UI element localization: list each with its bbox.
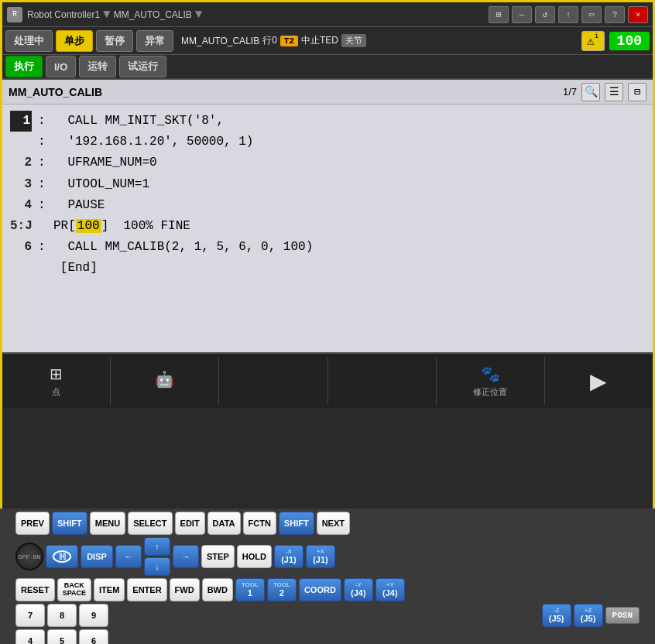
controller-name: Robot Controller1: [27, 9, 100, 20]
prev-key[interactable]: PREV: [15, 512, 50, 535]
line-content-end: [End]: [38, 258, 98, 279]
softkey-4[interactable]: [328, 357, 437, 405]
line-content-1: : CALL MM_INIT_SKT('8',: [38, 111, 224, 132]
line-content-2: : UFRAME_NUM=0: [38, 152, 157, 173]
plus-z-j5-key[interactable]: +Z(J5): [574, 604, 603, 627]
arrow-left-key[interactable]: ←: [115, 545, 142, 568]
fwd-key[interactable]: FWD: [170, 578, 200, 601]
num-5-key[interactable]: 5: [47, 629, 77, 644]
error-btn[interactable]: 异常: [136, 30, 173, 52]
step-key[interactable]: STEP: [201, 545, 235, 568]
softkey-1[interactable]: ⊞ 点: [2, 357, 111, 405]
disp-key[interactable]: DISP: [81, 545, 113, 568]
help-button[interactable]: ?: [605, 6, 625, 23]
toolbar2: 执行 I/O 运转 试运行: [2, 55, 653, 80]
tool2-key[interactable]: TOOL2: [267, 578, 297, 601]
num-6-key[interactable]: 6: [79, 629, 108, 644]
keypad-row-3: RESET BACKSPACE ITEM ENTER FWD BWD TOOL1…: [15, 578, 640, 601]
data-key[interactable]: DATA: [207, 512, 241, 535]
line-content-4: : PAUSE: [38, 195, 105, 216]
joint-badge: 关节: [341, 34, 366, 47]
bwd-key[interactable]: BWD: [202, 578, 233, 601]
minus-y-j4-key[interactable]: -Y(J4): [344, 578, 373, 601]
run-btn[interactable]: 运转: [79, 56, 116, 77]
io-btn[interactable]: I/O: [46, 56, 76, 77]
step-btn[interactable]: 单步: [56, 30, 93, 52]
plus-x-j1-key[interactable]: +X(J1): [306, 545, 335, 568]
coord-key[interactable]: COORD: [299, 578, 341, 601]
next-key[interactable]: NEXT: [317, 512, 350, 535]
softkey-5-label: 修正位置: [473, 386, 507, 398]
line-num-6: 6: [10, 237, 32, 258]
zoom-icon[interactable]: 🔍: [581, 83, 600, 101]
arrow-right-key[interactable]: →: [173, 545, 199, 568]
controller-frame: R Robot Controller1 ▼ MM_AUTO_CALIB ▼ ⊞ …: [0, 0, 655, 511]
power-key[interactable]: OFF ON: [15, 543, 43, 570]
posn-key[interactable]: POSN: [605, 607, 640, 624]
softkey-1-label: 点: [52, 386, 60, 398]
num-7-key[interactable]: 7: [15, 604, 45, 627]
tool1-key[interactable]: TOOL1: [235, 578, 265, 601]
pause-btn[interactable]: 暂停: [96, 30, 133, 52]
brand-key[interactable]: ℍ: [46, 545, 78, 568]
close-button[interactable]: ✕: [628, 6, 648, 23]
enter-key[interactable]: ENTER: [127, 578, 166, 601]
arrow-down-key[interactable]: ↓: [144, 557, 170, 576]
menu-key[interactable]: MENU: [90, 512, 125, 535]
shift-right-key[interactable]: SHIFT: [279, 512, 314, 535]
layout-icon[interactable]: ⊟: [628, 83, 646, 101]
minus-z-j5-key[interactable]: -Z(J5): [542, 604, 571, 627]
line-content-3: : UTOOL_NUM=1: [38, 174, 149, 195]
num-4-key[interactable]: 4: [15, 629, 45, 644]
edit-key[interactable]: EDIT: [175, 512, 205, 535]
num-8-key[interactable]: 8: [47, 604, 77, 627]
code-area: 1 : CALL MM_INIT_SKT('8', : '192.168.1.2…: [2, 104, 653, 352]
select-key[interactable]: SELECT: [128, 512, 172, 535]
minus-button[interactable]: —: [512, 6, 532, 23]
next-arrow-icon: ▶: [590, 368, 607, 394]
grid-softkey-icon: ⊞: [50, 365, 63, 383]
svg-text:ℍ: ℍ: [59, 552, 66, 561]
softkey-2[interactable]: 🤖: [111, 357, 219, 405]
app-icon: R: [7, 7, 22, 22]
arrow-up-key[interactable]: ↑: [144, 537, 170, 556]
test-run-btn[interactable]: 试运行: [119, 56, 166, 77]
code-line-end: [End]: [10, 258, 645, 279]
menu-icon[interactable]: ☰: [605, 83, 623, 101]
line-num-end: [10, 258, 32, 279]
shift-left-key[interactable]: SHIFT: [52, 512, 87, 535]
t2-badge: T2: [280, 36, 298, 46]
up-button[interactable]: ↑: [558, 6, 578, 23]
stop-status: 中止TED: [301, 34, 338, 47]
window-button[interactable]: ▭: [581, 6, 602, 23]
line-content-1b: : '192.168.1.20', 50000, 1): [38, 132, 253, 152]
process-btn[interactable]: 处理中: [5, 30, 53, 52]
item-key[interactable]: ITEM: [94, 578, 125, 601]
num-9-key[interactable]: 9: [79, 604, 108, 627]
header-controls: 1/7 🔍 ☰ ⊟: [563, 83, 646, 101]
code-line-4: 4 : PAUSE: [10, 195, 645, 216]
plus-y-j4-key[interactable]: +Y(J4): [376, 578, 405, 601]
keypad-row-5: 4 5 6: [15, 629, 640, 644]
warning-icon: ⚠ i: [581, 31, 605, 51]
prog-title: MM_AUTO_CALIB: [9, 86, 102, 98]
minus-x-j1-key[interactable]: -X(J1): [274, 545, 303, 568]
softkey-3[interactable]: [219, 357, 328, 405]
line-content-6: : CALL MM_CALIB(2, 1, 5, 6, 0, 100): [38, 237, 313, 258]
refresh-button[interactable]: ↺: [535, 6, 555, 23]
robot-softkey-icon: 🤖: [155, 370, 174, 389]
reset-key[interactable]: RESET: [15, 578, 55, 601]
line-num-1b: [10, 132, 32, 152]
code-line-3: 3 : UTOOL_NUM=1: [10, 174, 645, 195]
keypad-row-4: 7 8 9 -Z(J5) +Z(J5) POSN: [15, 604, 640, 627]
hold-key[interactable]: HOLD: [237, 545, 272, 568]
code-line-1b: : '192.168.1.20', 50000, 1): [10, 132, 645, 152]
softkey-next[interactable]: ▶: [545, 357, 653, 405]
backspace-key[interactable]: BACKSPACE: [57, 578, 91, 601]
grid-button[interactable]: ⊞: [489, 6, 509, 23]
status-program: MM_AUTO_CALIB: [181, 36, 259, 46]
softkey-5[interactable]: 🐾 修正位置: [437, 357, 545, 405]
fctn-key[interactable]: FCTN: [243, 512, 276, 535]
execute-btn[interactable]: 执行: [5, 56, 43, 77]
line-num-5: 5:J: [10, 216, 33, 237]
